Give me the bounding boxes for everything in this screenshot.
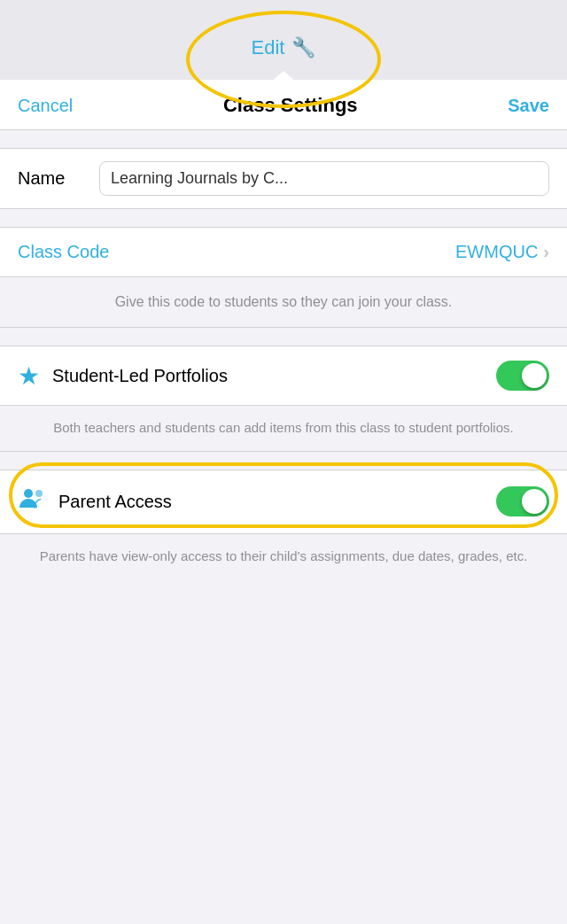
svg-point-0 xyxy=(24,489,33,498)
modal-title: Class Settings xyxy=(223,94,358,117)
class-code-value: EWMQUC xyxy=(455,242,538,262)
class-code-value-wrap: EWMQUC › xyxy=(455,242,549,262)
toggle-slider-parent xyxy=(496,486,549,516)
student-portfolios-section: ★ Student-Led Portfolios xyxy=(0,346,567,406)
class-code-label: Class Code xyxy=(18,242,109,262)
student-portfolios-description: Both teachers and students can add items… xyxy=(0,406,567,452)
cancel-button[interactable]: Cancel xyxy=(18,96,73,116)
svg-point-1 xyxy=(35,490,43,497)
parent-access-description: Parents have view-only access to their c… xyxy=(0,534,567,579)
name-label: Name xyxy=(18,168,89,189)
parent-svg-icon xyxy=(18,485,46,513)
modal-header: Cancel Class Settings Save xyxy=(0,80,567,130)
parent-icon xyxy=(18,485,46,519)
toggle-slider-portfolios xyxy=(496,361,549,391)
star-icon: ★ xyxy=(18,361,40,391)
chevron-right-icon: › xyxy=(543,242,549,262)
class-code-row[interactable]: Class Code EWMQUC › xyxy=(0,227,567,277)
parent-access-row: Parent Access xyxy=(0,470,567,534)
student-portfolios-row: ★ Student-Led Portfolios xyxy=(0,346,567,406)
top-bar: Edit 🔧 xyxy=(0,0,567,80)
class-code-description: Give this code to students so they can j… xyxy=(0,277,567,328)
name-input[interactable] xyxy=(99,161,549,196)
content-area: Name Class Code EWMQUC › Give this code … xyxy=(0,148,567,578)
edit-label: Edit xyxy=(252,36,285,59)
parent-access-wrapper: Parent Access xyxy=(0,470,567,534)
edit-section: Edit 🔧 xyxy=(252,36,316,59)
student-portfolios-label: Student-Led Portfolios xyxy=(52,366,484,386)
name-section: Name xyxy=(0,148,567,209)
student-portfolios-toggle[interactable] xyxy=(496,361,549,391)
wrench-icon: 🔧 xyxy=(291,36,315,59)
parent-access-toggle[interactable] xyxy=(496,486,549,516)
parent-access-label: Parent Access xyxy=(58,492,484,512)
save-button[interactable]: Save xyxy=(508,96,549,116)
